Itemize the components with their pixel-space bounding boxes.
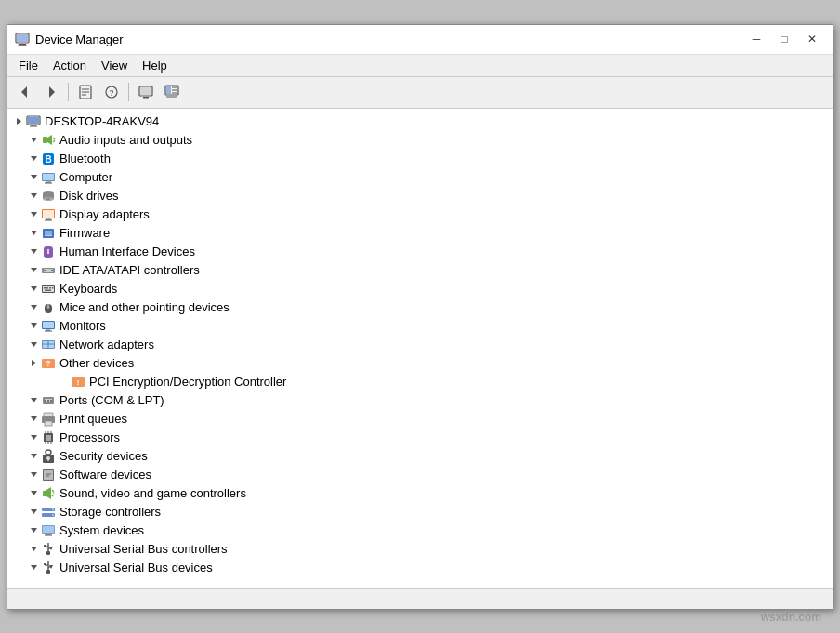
ports-expand-icon[interactable] xyxy=(26,393,41,408)
software-icon xyxy=(41,468,56,482)
close-button[interactable]: ✕ xyxy=(799,30,825,48)
svg-marker-31 xyxy=(31,156,37,161)
menu-view[interactable]: View xyxy=(94,57,135,74)
tree-item-security[interactable]: Security devices xyxy=(7,447,833,466)
tree-item-disk[interactable]: Disk drives xyxy=(7,187,833,205)
print-expand-icon[interactable] xyxy=(26,412,41,427)
disk-icon xyxy=(41,189,56,204)
display-label: Display adapters xyxy=(59,207,150,221)
show-hidden-button[interactable] xyxy=(134,80,158,104)
menu-help[interactable]: Help xyxy=(135,57,175,74)
tree-item-firmware[interactable]: Firmware xyxy=(7,224,833,243)
computer-tree-icon xyxy=(41,170,56,185)
tree-item-other[interactable]: ? Other devices xyxy=(7,354,833,373)
svg-marker-63 xyxy=(31,286,37,291)
menu-file[interactable]: File xyxy=(11,57,46,74)
svg-point-129 xyxy=(52,508,54,510)
processors-label: Processors xyxy=(59,430,120,444)
monitors-expand-icon[interactable] xyxy=(26,319,41,334)
svg-line-124 xyxy=(52,495,54,496)
storage-expand-icon[interactable] xyxy=(26,505,41,520)
sound-expand-icon[interactable] xyxy=(26,486,41,501)
maximize-button[interactable]: □ xyxy=(771,30,797,48)
tree-item-processors[interactable]: Processors xyxy=(7,429,833,447)
tree-item-computer[interactable]: Computer xyxy=(7,168,833,187)
tree-item-pci[interactable]: ! PCI Encryption/Decryption Controller xyxy=(7,373,833,391)
audio-icon xyxy=(41,133,56,148)
svg-marker-136 xyxy=(31,547,37,551)
sound-label: Sound, video and game controllers xyxy=(59,486,246,500)
bluetooth-icon: B xyxy=(41,152,56,166)
svg-line-29 xyxy=(53,138,55,139)
svg-rect-117 xyxy=(44,470,53,480)
ide-expand-icon[interactable] xyxy=(26,263,41,278)
back-button[interactable] xyxy=(13,80,37,104)
tree-view[interactable]: DESKTOP-4RAKV94 Audio inputs and outputs xyxy=(7,109,833,588)
tree-item-system[interactable]: System devices xyxy=(7,521,833,540)
svg-rect-67 xyxy=(46,287,48,289)
computer-label: Computer xyxy=(59,170,112,184)
tree-item-ide[interactable]: IDE ATA/ATAPI controllers xyxy=(7,261,833,280)
security-expand-icon[interactable] xyxy=(26,449,41,464)
tree-root[interactable]: DESKTOP-4RAKV94 xyxy=(7,112,833,131)
tree-item-network[interactable]: Network adapters xyxy=(7,336,833,354)
svg-rect-14 xyxy=(140,87,151,95)
display-expand-icon[interactable] xyxy=(26,207,41,222)
svg-rect-111 xyxy=(46,450,51,455)
view-button[interactable] xyxy=(160,80,184,104)
system-expand-icon[interactable] xyxy=(26,523,41,538)
svg-rect-103 xyxy=(46,435,51,441)
svg-marker-28 xyxy=(47,135,52,145)
firmware-expand-icon[interactable] xyxy=(26,226,41,241)
hid-expand-icon[interactable] xyxy=(26,244,41,259)
tree-item-usbdev[interactable]: Universal Serial Bus devices xyxy=(7,559,833,577)
tree-item-usbc[interactable]: Universal Serial Bus controllers xyxy=(7,540,833,559)
tree-item-bluetooth[interactable]: B Bluetooth xyxy=(7,150,833,168)
tree-item-ports[interactable]: Ports (COM & LPT) xyxy=(7,391,833,410)
usbdev-expand-icon[interactable] xyxy=(26,560,41,575)
bluetooth-expand-icon[interactable] xyxy=(26,152,41,166)
mice-expand-icon[interactable] xyxy=(26,300,41,315)
firmware-label: Firmware xyxy=(59,226,110,240)
svg-marker-110 xyxy=(31,454,37,458)
svg-rect-3 xyxy=(17,34,28,42)
tree-item-hid[interactable]: Human Interface Devices xyxy=(7,243,833,261)
tree-item-print[interactable]: Print queues xyxy=(7,410,833,429)
keyboard-icon xyxy=(41,282,56,297)
pci-icon: ! xyxy=(71,375,85,389)
other-expand-icon[interactable] xyxy=(26,356,41,371)
menu-action[interactable]: Action xyxy=(46,57,94,74)
tree-item-keyboard[interactable]: Keyboards xyxy=(7,280,833,298)
forward-button[interactable] xyxy=(39,80,63,104)
network-label: Network adapters xyxy=(59,337,154,351)
tree-item-storage[interactable]: Storage controllers xyxy=(7,503,833,521)
tree-item-monitors[interactable]: Monitors xyxy=(7,317,833,336)
help-button[interactable]: ? xyxy=(99,80,124,104)
software-expand-icon[interactable] xyxy=(26,468,41,482)
computer-expand-icon[interactable] xyxy=(26,170,41,185)
root-label: DESKTOP-4RAKV94 xyxy=(45,114,159,128)
usbc-expand-icon[interactable] xyxy=(26,542,41,557)
tree-item-audio[interactable]: Audio inputs and outputs xyxy=(7,131,833,150)
svg-marker-75 xyxy=(31,323,37,328)
processors-expand-icon[interactable] xyxy=(26,430,41,445)
properties-button[interactable] xyxy=(73,80,98,104)
root-expand-icon[interactable] xyxy=(11,114,26,129)
minimize-button[interactable]: ─ xyxy=(743,30,769,48)
tree-item-display[interactable]: Display adapters xyxy=(7,205,833,224)
disk-expand-icon[interactable] xyxy=(26,189,41,204)
tree-item-mice[interactable]: Mice and other pointing devices xyxy=(7,298,833,317)
hid-label: Human Interface Devices xyxy=(59,244,195,258)
tree-item-sound[interactable]: Sound, video and game controllers xyxy=(7,484,833,503)
usbc-icon xyxy=(41,542,56,557)
audio-expand-icon[interactable] xyxy=(26,133,41,148)
svg-marker-143 xyxy=(31,565,37,570)
keyboard-expand-icon[interactable] xyxy=(26,282,41,297)
ide-icon xyxy=(41,263,56,278)
svg-rect-70 xyxy=(45,289,51,291)
svg-rect-2 xyxy=(18,46,27,46)
separator-1 xyxy=(68,83,69,101)
svg-rect-149 xyxy=(46,570,50,574)
network-expand-icon[interactable] xyxy=(26,337,41,352)
tree-item-software[interactable]: Software devices xyxy=(7,466,833,484)
